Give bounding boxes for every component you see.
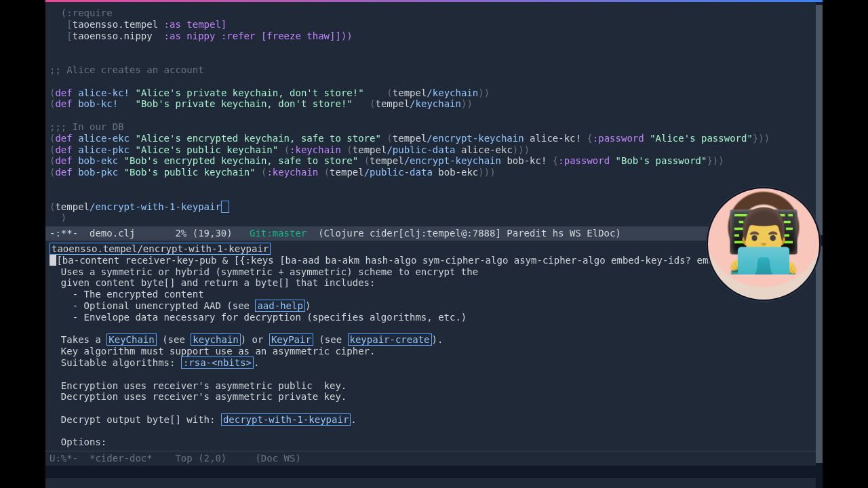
doc-arglist: [ba-content receiver-key-pub & [{:keys [… — [56, 255, 736, 266]
doc-line: Options: — [50, 436, 106, 447]
doc-line: - Envelope data necessary for decryption… — [50, 312, 467, 323]
modeline-doc: U:%*- *cider-doc* Top (2,0) (Doc WS) — [45, 451, 823, 466]
scrollbar-thumb-bottom[interactable] — [816, 246, 823, 463]
doc-ref-rsa[interactable]: :rsa-<nbits> — [181, 357, 254, 369]
doc-line: Decryption uses receiver's asymmetric pr… — [50, 391, 347, 402]
code-text: :as nippy :refer [freeze thaw]])) — [153, 30, 353, 41]
code-text: taoensso.nippy — [73, 30, 153, 41]
doc-line: - Optional unencrypted AAD (see — [50, 300, 255, 311]
cursor-position — [221, 201, 229, 213]
doc-ref-keypair-create[interactable]: keypair-create — [348, 333, 432, 346]
scrollbar-thumb-top[interactable] — [816, 5, 823, 235]
doc-line: Uses a symmetric or hybrid (symmetric + … — [50, 266, 478, 277]
code-comment: ;; Alice creates an account — [50, 64, 204, 75]
doc-ref-keypair-class[interactable]: KeyPair — [269, 333, 313, 346]
code-text: [ — [50, 19, 73, 30]
code-buffer[interactable]: (:require [taoensso.tempel :as tempel] [… — [45, 2, 823, 226]
doc-line: Key algorithm must support use as an asy… — [50, 346, 375, 357]
code-text: (:require — [50, 7, 113, 18]
minibuffer[interactable] — [45, 466, 823, 478]
code-text: [ — [50, 30, 73, 41]
doc-ref-decrypt-fn[interactable]: decrypt-with-1-keypair — [221, 413, 351, 426]
cider-doc-buffer[interactable]: taoensso.tempel/encrypt-with-1-keypair [… — [45, 241, 823, 451]
modeline-file: -:**- demo.clj 2% (19,30) — [50, 228, 250, 239]
modeline-main: -:**- demo.clj 2% (19,30) Git:master (Cl… — [45, 226, 823, 241]
doc-ref-keychain[interactable]: keychain — [191, 333, 240, 346]
modeline-modes: (Clojure cider[clj:tempel@:7888] Paredit… — [307, 228, 621, 239]
doc-line: Encryption uses receiver's asymmetric pu… — [50, 380, 347, 391]
doc-cursor — [50, 255, 56, 266]
presenter-webcam — [707, 187, 821, 301]
doc-symbol-title: taoensso.tempel/encrypt-with-1-keypair — [50, 243, 271, 255]
doc-line: given content byte[] and return a byte[]… — [50, 277, 375, 288]
modeline-git: Git:master — [250, 228, 307, 239]
code-text: taoensso.tempel — [73, 19, 158, 30]
doc-ref-keychain-class[interactable]: KeyChain — [106, 333, 156, 346]
modeline-doc-text: U:%*- *cider-doc* Top (2,0) (Doc WS) — [50, 453, 301, 464]
doc-ref-aad-help[interactable]: aad-help — [255, 300, 304, 312]
doc-line: - The encrypted content — [50, 289, 204, 300]
code-text: :as tempel] — [158, 19, 226, 30]
